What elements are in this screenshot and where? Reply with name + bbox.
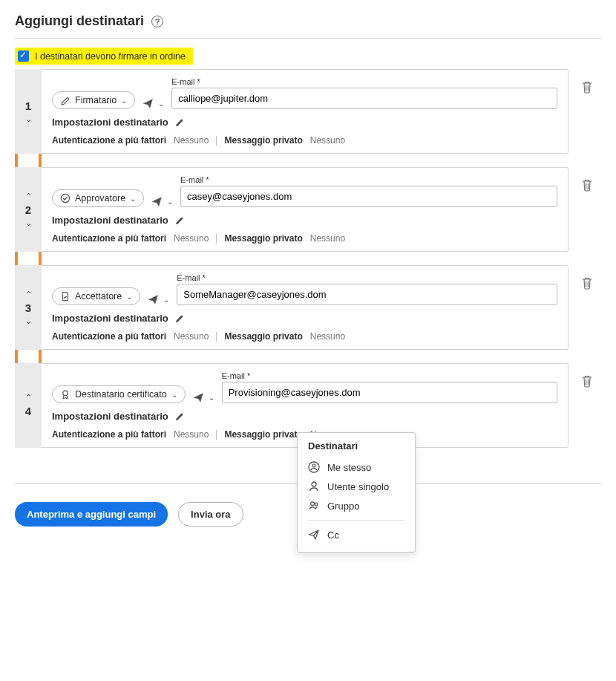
chevron-down-icon[interactable]: ⌄	[158, 100, 164, 108]
move-down-icon[interactable]: ⌄	[25, 219, 32, 227]
private-message-label: Messaggio privato	[224, 429, 302, 440]
delete-recipient-button[interactable]	[581, 178, 593, 192]
order-number: 2	[25, 203, 31, 216]
order-cell: ⌃ 2 ⌄	[15, 167, 42, 252]
order-number: 3	[25, 302, 31, 314]
private-message-value: Nessuno	[310, 233, 345, 244]
recipient-card: Firmatario ⌄ ⌄ E-mail * Impostazioni des…	[42, 69, 569, 154]
recipient-settings-label: Impostazioni destinatario	[52, 313, 168, 324]
email-label: E-mail *	[177, 273, 557, 282]
edit-settings-button[interactable]	[174, 313, 185, 324]
move-down-icon[interactable]: ⌄	[25, 115, 32, 123]
email-input[interactable]	[180, 186, 557, 207]
add-recipient-popup: Destinatari Me stesso Utente singolo Gru…	[297, 432, 416, 540]
help-icon[interactable]: ?	[151, 16, 163, 27]
delete-recipient-button[interactable]	[581, 276, 593, 290]
popup-item-group[interactable]: Gruppo	[308, 496, 404, 515]
paper-plane-outline-icon	[308, 529, 320, 540]
svg-point-1	[63, 391, 68, 395]
sign-in-order-label: I destinatari devono firmare in ordine	[35, 51, 186, 62]
recipient-settings-label: Impostazioni destinatario	[52, 411, 168, 422]
send-now-button[interactable]: Invia ora	[178, 502, 243, 527]
paper-plane-icon[interactable]	[148, 294, 159, 305]
recipient-settings-label: Impostazioni destinatario	[52, 215, 168, 226]
paper-plane-icon[interactable]	[193, 392, 204, 403]
chevron-down-icon: ⌄	[121, 97, 127, 105]
role-icon	[60, 95, 71, 105]
recipient-settings-label: Impostazioni destinatario	[52, 117, 168, 128]
chevron-down-icon: ⌄	[126, 293, 132, 301]
delete-recipient-button[interactable]	[581, 374, 593, 388]
paper-plane-icon[interactable]	[142, 98, 154, 109]
role-icon	[60, 193, 71, 203]
pencil-icon	[174, 411, 185, 422]
email-input[interactable]	[222, 382, 557, 403]
role-label: Destinatario certificato	[75, 389, 167, 400]
trash-icon	[581, 80, 593, 94]
auth-label: Autenticazione a più fattori	[52, 331, 166, 342]
pencil-icon	[174, 215, 185, 226]
edit-settings-button[interactable]	[174, 215, 185, 226]
paper-plane-icon[interactable]	[151, 196, 163, 207]
delete-recipient-button[interactable]	[581, 80, 593, 94]
chevron-down-icon[interactable]: ⌄	[163, 296, 169, 304]
private-message-label: Messaggio privato	[224, 135, 302, 146]
email-input[interactable]	[177, 284, 557, 305]
meta-divider	[216, 136, 217, 146]
move-up-icon[interactable]: ⌃	[25, 290, 32, 299]
popup-item-myself[interactable]: Me stesso	[308, 457, 404, 477]
auth-value: Nessuno	[174, 331, 209, 342]
sign-in-order-checkbox[interactable]: I destinatari devono firmare in ordine	[15, 48, 193, 65]
popup-separator	[308, 520, 404, 521]
popup-item-label: Utente singolo	[327, 481, 389, 492]
role-label: Firmatario	[75, 95, 117, 105]
role-dropdown[interactable]: Firmatario ⌄	[52, 91, 135, 109]
auth-value: Nessuno	[174, 429, 209, 440]
order-cell: ⌃ 4	[15, 363, 42, 448]
chevron-down-icon[interactable]: ⌄	[167, 198, 173, 206]
trash-icon	[581, 276, 593, 290]
email-input[interactable]	[171, 88, 557, 109]
popup-item-label: Me stesso	[327, 462, 371, 473]
meta-divider	[216, 430, 217, 440]
popup-item-label: Gruppo	[327, 501, 359, 512]
role-icon	[60, 389, 71, 400]
role-dropdown[interactable]: Destinatario certificato ⌄	[52, 385, 186, 403]
chevron-down-icon: ⌄	[171, 391, 177, 399]
order-number: 4	[25, 405, 31, 417]
svg-point-4	[312, 482, 316, 486]
preview-add-fields-button[interactable]: Anteprima e aggiungi campi	[15, 502, 168, 527]
trash-icon	[581, 178, 593, 192]
role-dropdown[interactable]: Approvatore ⌄	[52, 189, 144, 207]
move-down-icon[interactable]: ⌄	[25, 317, 32, 325]
popup-item-cc[interactable]: Cc	[308, 525, 404, 540]
svg-point-3	[312, 464, 315, 467]
order-number: 1	[25, 100, 31, 112]
page-title: Aggiungi destinatari	[15, 13, 144, 29]
edit-settings-button[interactable]	[174, 117, 185, 128]
move-up-icon[interactable]: ⌃	[25, 192, 32, 201]
private-message-value: Nessuno	[310, 135, 345, 146]
auth-value: Nessuno	[174, 233, 209, 244]
role-dropdown[interactable]: Accettatore ⌄	[52, 287, 140, 305]
trash-icon	[581, 374, 593, 388]
chevron-down-icon[interactable]: ⌄	[209, 394, 214, 402]
role-label: Approvatore	[75, 193, 125, 203]
group-icon	[308, 500, 320, 512]
svg-point-5	[311, 502, 315, 506]
recipient-card: Approvatore ⌄ ⌄ E-mail * Impostazioni de…	[42, 167, 569, 252]
auth-label: Autenticazione a più fattori	[52, 135, 166, 146]
pencil-icon	[174, 117, 185, 128]
popup-item-single-user[interactable]: Utente singolo	[308, 477, 404, 496]
chevron-down-icon: ⌄	[130, 195, 136, 203]
move-up-icon[interactable]: ⌃	[25, 394, 32, 402]
private-message-label: Messaggio privato	[224, 233, 302, 244]
edit-settings-button[interactable]	[174, 411, 185, 422]
svg-point-6	[315, 503, 318, 506]
sign-in-order-input[interactable]	[18, 50, 29, 62]
order-cell: 1 ⌄	[15, 69, 42, 154]
role-icon	[60, 291, 71, 302]
email-label: E-mail *	[180, 175, 557, 184]
private-message-value: Nessuno	[310, 331, 345, 342]
email-label: E-mail *	[171, 77, 557, 86]
